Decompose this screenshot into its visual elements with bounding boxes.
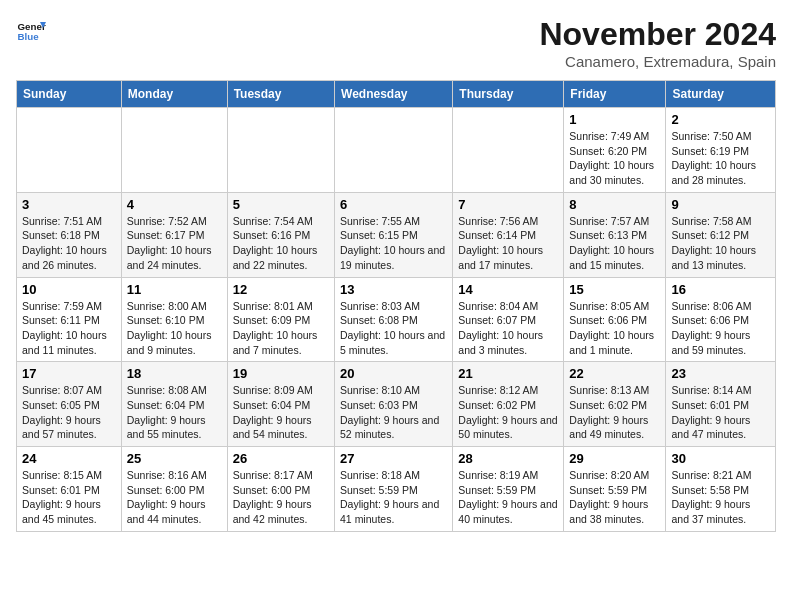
day-number: 5 xyxy=(233,197,329,212)
day-info: Sunrise: 7:52 AM Sunset: 6:17 PM Dayligh… xyxy=(127,214,222,273)
calendar-cell: 29Sunrise: 8:20 AM Sunset: 5:59 PM Dayli… xyxy=(564,447,666,532)
calendar-header-row: SundayMondayTuesdayWednesdayThursdayFrid… xyxy=(17,81,776,108)
day-number: 1 xyxy=(569,112,660,127)
day-number: 21 xyxy=(458,366,558,381)
day-info: Sunrise: 8:01 AM Sunset: 6:09 PM Dayligh… xyxy=(233,299,329,358)
day-info: Sunrise: 7:51 AM Sunset: 6:18 PM Dayligh… xyxy=(22,214,116,273)
day-info: Sunrise: 8:08 AM Sunset: 6:04 PM Dayligh… xyxy=(127,383,222,442)
day-info: Sunrise: 8:14 AM Sunset: 6:01 PM Dayligh… xyxy=(671,383,770,442)
calendar-week-3: 10Sunrise: 7:59 AM Sunset: 6:11 PM Dayli… xyxy=(17,277,776,362)
day-number: 18 xyxy=(127,366,222,381)
calendar-cell: 7Sunrise: 7:56 AM Sunset: 6:14 PM Daylig… xyxy=(453,192,564,277)
day-number: 8 xyxy=(569,197,660,212)
calendar-cell: 1Sunrise: 7:49 AM Sunset: 6:20 PM Daylig… xyxy=(564,108,666,193)
day-number: 11 xyxy=(127,282,222,297)
calendar-cell: 2Sunrise: 7:50 AM Sunset: 6:19 PM Daylig… xyxy=(666,108,776,193)
day-info: Sunrise: 8:13 AM Sunset: 6:02 PM Dayligh… xyxy=(569,383,660,442)
calendar-cell xyxy=(17,108,122,193)
day-info: Sunrise: 7:50 AM Sunset: 6:19 PM Dayligh… xyxy=(671,129,770,188)
day-info: Sunrise: 8:00 AM Sunset: 6:10 PM Dayligh… xyxy=(127,299,222,358)
day-info: Sunrise: 8:21 AM Sunset: 5:58 PM Dayligh… xyxy=(671,468,770,527)
calendar-week-2: 3Sunrise: 7:51 AM Sunset: 6:18 PM Daylig… xyxy=(17,192,776,277)
day-info: Sunrise: 7:56 AM Sunset: 6:14 PM Dayligh… xyxy=(458,214,558,273)
day-number: 27 xyxy=(340,451,447,466)
day-info: Sunrise: 7:54 AM Sunset: 6:16 PM Dayligh… xyxy=(233,214,329,273)
title-area: November 2024 Canamero, Extremadura, Spa… xyxy=(539,16,776,70)
day-number: 15 xyxy=(569,282,660,297)
calendar-cell: 16Sunrise: 8:06 AM Sunset: 6:06 PM Dayli… xyxy=(666,277,776,362)
day-info: Sunrise: 8:15 AM Sunset: 6:01 PM Dayligh… xyxy=(22,468,116,527)
day-info: Sunrise: 7:58 AM Sunset: 6:12 PM Dayligh… xyxy=(671,214,770,273)
calendar-week-5: 24Sunrise: 8:15 AM Sunset: 6:01 PM Dayli… xyxy=(17,447,776,532)
calendar-week-4: 17Sunrise: 8:07 AM Sunset: 6:05 PM Dayli… xyxy=(17,362,776,447)
day-info: Sunrise: 8:12 AM Sunset: 6:02 PM Dayligh… xyxy=(458,383,558,442)
calendar-week-1: 1Sunrise: 7:49 AM Sunset: 6:20 PM Daylig… xyxy=(17,108,776,193)
day-info: Sunrise: 7:55 AM Sunset: 6:15 PM Dayligh… xyxy=(340,214,447,273)
calendar-cell: 26Sunrise: 8:17 AM Sunset: 6:00 PM Dayli… xyxy=(227,447,334,532)
day-number: 24 xyxy=(22,451,116,466)
calendar-cell: 28Sunrise: 8:19 AM Sunset: 5:59 PM Dayli… xyxy=(453,447,564,532)
calendar-table: SundayMondayTuesdayWednesdayThursdayFrid… xyxy=(16,80,776,532)
logo-icon: General Blue xyxy=(16,16,46,46)
day-number: 10 xyxy=(22,282,116,297)
month-title: November 2024 xyxy=(539,16,776,53)
day-number: 22 xyxy=(569,366,660,381)
day-info: Sunrise: 7:49 AM Sunset: 6:20 PM Dayligh… xyxy=(569,129,660,188)
calendar-cell: 6Sunrise: 7:55 AM Sunset: 6:15 PM Daylig… xyxy=(335,192,453,277)
day-info: Sunrise: 8:07 AM Sunset: 6:05 PM Dayligh… xyxy=(22,383,116,442)
calendar-cell: 27Sunrise: 8:18 AM Sunset: 5:59 PM Dayli… xyxy=(335,447,453,532)
calendar-cell: 9Sunrise: 7:58 AM Sunset: 6:12 PM Daylig… xyxy=(666,192,776,277)
header-sunday: Sunday xyxy=(17,81,122,108)
calendar-cell: 19Sunrise: 8:09 AM Sunset: 6:04 PM Dayli… xyxy=(227,362,334,447)
day-number: 4 xyxy=(127,197,222,212)
calendar-cell: 30Sunrise: 8:21 AM Sunset: 5:58 PM Dayli… xyxy=(666,447,776,532)
calendar-cell: 23Sunrise: 8:14 AM Sunset: 6:01 PM Dayli… xyxy=(666,362,776,447)
day-info: Sunrise: 8:18 AM Sunset: 5:59 PM Dayligh… xyxy=(340,468,447,527)
day-number: 20 xyxy=(340,366,447,381)
day-info: Sunrise: 8:19 AM Sunset: 5:59 PM Dayligh… xyxy=(458,468,558,527)
header-thursday: Thursday xyxy=(453,81,564,108)
calendar-cell xyxy=(227,108,334,193)
page-header: General Blue November 2024 Canamero, Ext… xyxy=(16,16,776,70)
day-number: 13 xyxy=(340,282,447,297)
day-number: 2 xyxy=(671,112,770,127)
day-number: 7 xyxy=(458,197,558,212)
day-number: 12 xyxy=(233,282,329,297)
day-info: Sunrise: 8:20 AM Sunset: 5:59 PM Dayligh… xyxy=(569,468,660,527)
day-info: Sunrise: 8:05 AM Sunset: 6:06 PM Dayligh… xyxy=(569,299,660,358)
calendar-cell: 20Sunrise: 8:10 AM Sunset: 6:03 PM Dayli… xyxy=(335,362,453,447)
calendar-cell: 11Sunrise: 8:00 AM Sunset: 6:10 PM Dayli… xyxy=(121,277,227,362)
calendar-cell: 21Sunrise: 8:12 AM Sunset: 6:02 PM Dayli… xyxy=(453,362,564,447)
day-number: 30 xyxy=(671,451,770,466)
calendar-cell xyxy=(453,108,564,193)
calendar-cell: 4Sunrise: 7:52 AM Sunset: 6:17 PM Daylig… xyxy=(121,192,227,277)
header-tuesday: Tuesday xyxy=(227,81,334,108)
calendar-cell: 17Sunrise: 8:07 AM Sunset: 6:05 PM Dayli… xyxy=(17,362,122,447)
day-info: Sunrise: 8:17 AM Sunset: 6:00 PM Dayligh… xyxy=(233,468,329,527)
calendar-cell: 14Sunrise: 8:04 AM Sunset: 6:07 PM Dayli… xyxy=(453,277,564,362)
day-info: Sunrise: 8:10 AM Sunset: 6:03 PM Dayligh… xyxy=(340,383,447,442)
calendar-cell: 22Sunrise: 8:13 AM Sunset: 6:02 PM Dayli… xyxy=(564,362,666,447)
day-info: Sunrise: 7:59 AM Sunset: 6:11 PM Dayligh… xyxy=(22,299,116,358)
day-number: 23 xyxy=(671,366,770,381)
header-wednesday: Wednesday xyxy=(335,81,453,108)
calendar-cell xyxy=(121,108,227,193)
calendar-cell: 10Sunrise: 7:59 AM Sunset: 6:11 PM Dayli… xyxy=(17,277,122,362)
header-saturday: Saturday xyxy=(666,81,776,108)
calendar-cell: 13Sunrise: 8:03 AM Sunset: 6:08 PM Dayli… xyxy=(335,277,453,362)
day-info: Sunrise: 8:16 AM Sunset: 6:00 PM Dayligh… xyxy=(127,468,222,527)
day-number: 6 xyxy=(340,197,447,212)
day-info: Sunrise: 8:03 AM Sunset: 6:08 PM Dayligh… xyxy=(340,299,447,358)
calendar-cell: 3Sunrise: 7:51 AM Sunset: 6:18 PM Daylig… xyxy=(17,192,122,277)
location-subtitle: Canamero, Extremadura, Spain xyxy=(539,53,776,70)
day-number: 16 xyxy=(671,282,770,297)
day-info: Sunrise: 8:09 AM Sunset: 6:04 PM Dayligh… xyxy=(233,383,329,442)
calendar-cell: 15Sunrise: 8:05 AM Sunset: 6:06 PM Dayli… xyxy=(564,277,666,362)
calendar-cell: 8Sunrise: 7:57 AM Sunset: 6:13 PM Daylig… xyxy=(564,192,666,277)
calendar-cell: 12Sunrise: 8:01 AM Sunset: 6:09 PM Dayli… xyxy=(227,277,334,362)
logo: General Blue xyxy=(16,16,46,46)
day-number: 26 xyxy=(233,451,329,466)
day-number: 29 xyxy=(569,451,660,466)
day-number: 3 xyxy=(22,197,116,212)
day-number: 19 xyxy=(233,366,329,381)
